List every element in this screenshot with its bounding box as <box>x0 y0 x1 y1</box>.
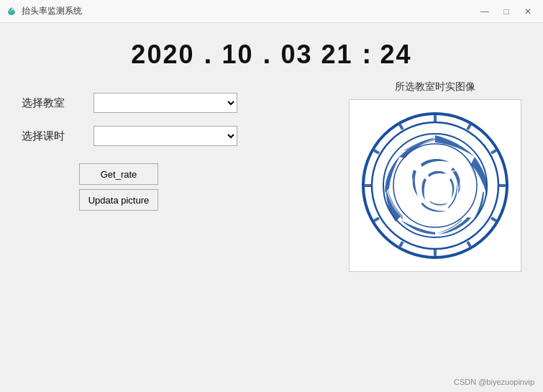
period-label: 选择课时 <box>22 129 79 143</box>
image-section: 所选教室时实图像 <box>349 81 521 272</box>
update-picture-button[interactable]: Updata picture <box>79 189 158 211</box>
image-label: 所选教室时实图像 <box>395 81 475 94</box>
svg-rect-11 <box>498 184 506 187</box>
title-bar: 抬头率监测系统 — □ ✕ <box>0 0 543 23</box>
svg-rect-17 <box>365 184 372 187</box>
classroom-label: 选择教室 <box>22 96 79 110</box>
main-content: 2020．10．03 21：24 选择教室 选择课时 Get_rate Upda… <box>0 23 543 392</box>
window-controls: — □ ✕ <box>475 4 537 19</box>
svg-rect-8 <box>434 115 437 122</box>
period-select[interactable] <box>93 126 237 146</box>
svg-rect-14 <box>434 249 437 256</box>
datetime-display: 2020．10．03 21：24 <box>22 37 521 73</box>
minimize-button[interactable]: — <box>475 4 494 19</box>
classroom-image <box>356 106 514 265</box>
window-title: 抬头率监测系统 <box>22 5 471 17</box>
watermark: CSDN @biyezuopinvip <box>454 378 534 386</box>
get-rate-button[interactable]: Get_rate <box>79 163 158 185</box>
app-icon <box>6 6 17 17</box>
svg-point-3 <box>12 9 13 10</box>
close-button[interactable]: ✕ <box>519 4 537 19</box>
maximize-button[interactable]: □ <box>497 4 516 19</box>
classroom-image-frame <box>349 99 521 272</box>
classroom-select[interactable] <box>93 93 237 113</box>
